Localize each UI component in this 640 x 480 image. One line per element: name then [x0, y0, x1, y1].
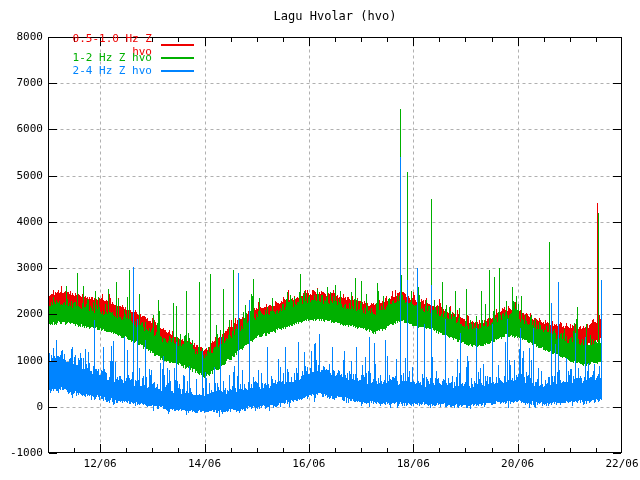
- x-tick-label: 18/06: [385, 457, 441, 471]
- legend-item: 0.5-1.0 Hz Z hvo: [48, 38, 194, 51]
- x-tick-label: 14/06: [177, 457, 233, 471]
- x-tick-label: 12/06: [72, 457, 128, 471]
- y-tick-label: 2000: [0, 307, 43, 321]
- legend-label: 1-2 Hz Z hvo: [48, 51, 152, 64]
- y-tick-label: 6000: [0, 122, 43, 136]
- legend: 0.5-1.0 Hz Z hvo 1-2 Hz Z hvo 2-4 Hz Z h…: [48, 38, 194, 77]
- y-tick-label: 4000: [0, 215, 43, 229]
- legend-item: 2-4 Hz Z hvo: [48, 64, 194, 77]
- y-tick-label: 5000: [0, 169, 43, 183]
- x-tick-label: 20/06: [490, 457, 546, 471]
- y-tick-label: 7000: [0, 76, 43, 90]
- plot-title: Lagu Hvolar (hvo): [48, 9, 622, 23]
- x-tick-label: 22/06: [594, 457, 640, 471]
- legend-label: 2-4 Hz Z hvo: [48, 64, 152, 77]
- y-tick-label: 3000: [0, 261, 43, 275]
- legend-line-sample: [161, 70, 194, 72]
- legend-line-sample: [161, 44, 194, 46]
- y-tick-label: 0: [0, 400, 43, 414]
- y-tick-label: -1000: [0, 446, 43, 460]
- x-tick-label: 16/06: [281, 457, 337, 471]
- y-tick-label: 1000: [0, 354, 43, 368]
- legend-line-sample: [161, 57, 194, 59]
- y-tick-label: 8000: [0, 30, 43, 44]
- tremor-plot-screen: Lagu Hvolar (hvo) 8000700060005000400030…: [0, 0, 640, 480]
- legend-item: 1-2 Hz Z hvo: [48, 51, 194, 64]
